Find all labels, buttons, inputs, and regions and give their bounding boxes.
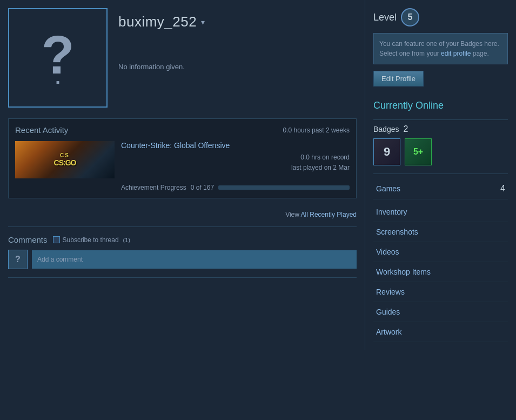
recent-activity-header: Recent Activity 0.0 hours past 2 weeks — [15, 125, 350, 135]
main-layout: ? ▪ buximy_252 ▾ No information given. R… — [0, 0, 516, 350]
badges-label: Badges — [373, 125, 399, 134]
level-row: Level 5 — [373, 8, 508, 26]
level-value: 5 — [408, 12, 413, 22]
right-divider-2 — [373, 174, 508, 174]
username-row: buximy_252 ▾ — [118, 14, 205, 30]
badge-info-box: You can feature one of your Badges here.… — [373, 33, 508, 64]
nav-workshop-items[interactable]: Workshop Items — [373, 262, 508, 282]
games-row[interactable]: Games 4 — [373, 178, 508, 199]
badge-icon-9[interactable]: 9 — [373, 138, 400, 165]
avatar: ? ▪ — [8, 8, 108, 108]
badges-count: 2 — [403, 124, 408, 134]
comment-count: (1) — [123, 237, 130, 243]
subscribe-label: Subscribe to thread — [63, 236, 119, 244]
nav-artwork[interactable]: Artwork — [373, 322, 508, 342]
right-divider-1 — [373, 119, 508, 120]
online-status: Currently Online — [373, 100, 508, 111]
nav-guides[interactable]: Guides — [373, 302, 508, 322]
nav-inventory[interactable]: Inventory — [373, 202, 508, 222]
nav-videos[interactable]: Videos — [373, 242, 508, 262]
profile-header: ? ▪ buximy_252 ▾ No information given. — [8, 8, 357, 108]
subscribe-checkbox[interactable] — [53, 236, 60, 243]
edit-profile-button[interactable]: Edit Profile — [373, 71, 424, 86]
comments-title: Comments — [8, 235, 48, 244]
divider-bottom — [8, 277, 357, 278]
badge-icon-5plus[interactable]: 5+ — [405, 138, 432, 165]
badge-info-link[interactable]: edit profile — [441, 50, 471, 57]
divider-top — [8, 226, 357, 227]
comment-avatar-char: ? — [15, 255, 21, 264]
game-thumbnail[interactable]: CS CS:GO — [15, 141, 115, 178]
comments-header: Comments Subscribe to thread (1) — [8, 235, 357, 244]
no-info-text: No information given. — [118, 63, 205, 71]
achievement-count: 0 of 167 — [191, 184, 214, 191]
comment-input[interactable] — [32, 250, 357, 269]
profile-info: buximy_252 ▾ No information given. — [118, 8, 205, 71]
badge-9-label: 9 — [384, 145, 390, 159]
games-count: 4 — [500, 184, 505, 194]
achievement-progress-bar — [218, 185, 350, 190]
csgo-logo-text: CS:GO — [54, 158, 76, 167]
hours-past-label: 0.0 hours past 2 weeks — [283, 126, 350, 134]
badge-info-after: page. — [471, 50, 488, 57]
nav-screenshots[interactable]: Screenshots — [373, 222, 508, 242]
level-label: Level — [373, 12, 397, 23]
recent-activity-section: Recent Activity 0.0 hours past 2 weeks C… — [8, 118, 357, 198]
right-column: Level 5 You can feature one of your Badg… — [365, 0, 516, 350]
comments-section: Comments Subscribe to thread (1) ? — [8, 226, 357, 278]
view-all-link[interactable]: All Recently Played — [301, 211, 357, 218]
game-name[interactable]: Counter-Strike: Global Offensive — [121, 141, 350, 150]
left-column: ? ▪ buximy_252 ▾ No information given. R… — [0, 0, 365, 350]
comment-input-row: ? — [8, 250, 357, 269]
username-dropdown-icon[interactable]: ▾ — [201, 18, 205, 26]
username: buximy_252 — [118, 14, 197, 30]
games-label: Games — [376, 184, 400, 193]
achievement-label: Achievement Progress — [121, 184, 186, 191]
view-all-prefix: View — [285, 211, 300, 218]
subscribe-row: Subscribe to thread (1) — [53, 236, 131, 244]
view-all-row: View All Recently Played — [8, 206, 357, 218]
game-row: CS CS:GO Counter-Strike: Global Offensiv… — [15, 141, 350, 178]
level-badge: 5 — [401, 8, 419, 26]
badges-row: Badges 2 — [373, 124, 508, 134]
achievement-row: Achievement Progress 0 of 167 — [121, 184, 350, 191]
avatar-question-mark: ? — [41, 28, 74, 82]
badge-5plus-label: 5+ — [413, 147, 423, 157]
recent-activity-title: Recent Activity — [15, 125, 68, 135]
game-hours: 0.0 hrs on record last played on 2 Mar — [121, 152, 350, 173]
badge-icons-row: 9 5+ — [373, 138, 508, 165]
comment-avatar: ? — [8, 250, 28, 269]
nav-reviews[interactable]: Reviews — [373, 282, 508, 302]
nav-section: Inventory Screenshots Videos Workshop It… — [373, 202, 508, 342]
game-details: Counter-Strike: Global Offensive 0.0 hrs… — [121, 141, 350, 173]
